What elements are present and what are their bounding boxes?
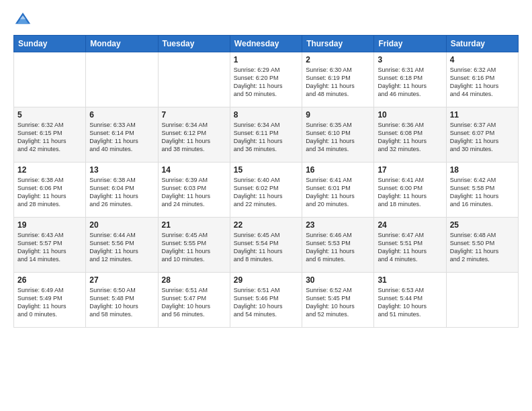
header-wednesday: Wednesday (230, 36, 302, 52)
calendar-cell: 11Sunrise: 6:37 AM Sunset: 6:07 PM Dayli… (446, 107, 518, 163)
day-number: 3 (378, 55, 442, 64)
calendar-cell: 29Sunrise: 6:51 AM Sunset: 5:46 PM Dayli… (230, 273, 302, 328)
day-number: 23 (306, 220, 370, 230)
calendar-week-2: 12Sunrise: 6:38 AM Sunset: 6:06 PM Dayli… (14, 163, 519, 218)
day-info: Sunrise: 6:51 AM Sunset: 5:47 PM Dayligh… (162, 286, 226, 319)
day-info: Sunrise: 6:38 AM Sunset: 6:06 PM Dayligh… (17, 176, 82, 209)
header-sunday: Sunday (14, 36, 86, 52)
calendar: Sunday Monday Tuesday Wednesday Thursday… (13, 35, 519, 328)
calendar-cell (14, 52, 86, 107)
calendar-cell: 15Sunrise: 6:40 AM Sunset: 6:02 PM Dayli… (230, 163, 302, 218)
day-info: Sunrise: 6:40 AM Sunset: 6:02 PM Dayligh… (234, 176, 298, 209)
calendar-cell: 8Sunrise: 6:34 AM Sunset: 6:11 PM Daylig… (230, 107, 302, 163)
day-number: 14 (162, 165, 226, 175)
day-number: 21 (162, 220, 226, 230)
day-info: Sunrise: 6:31 AM Sunset: 6:18 PM Dayligh… (378, 66, 442, 99)
weekday-header-row: Sunday Monday Tuesday Wednesday Thursday… (14, 36, 519, 52)
calendar-week-0: 1Sunrise: 6:29 AM Sunset: 6:20 PM Daylig… (14, 52, 519, 107)
day-number: 29 (234, 275, 298, 285)
day-info: Sunrise: 6:41 AM Sunset: 6:01 PM Dayligh… (306, 176, 370, 209)
day-info: Sunrise: 6:47 AM Sunset: 5:51 PM Dayligh… (378, 231, 442, 264)
day-info: Sunrise: 6:34 AM Sunset: 6:12 PM Dayligh… (162, 121, 226, 154)
day-info: Sunrise: 6:42 AM Sunset: 5:58 PM Dayligh… (450, 176, 515, 209)
day-info: Sunrise: 6:32 AM Sunset: 6:15 PM Dayligh… (17, 121, 82, 154)
day-number: 31 (378, 275, 442, 285)
day-info: Sunrise: 6:41 AM Sunset: 6:00 PM Dayligh… (378, 176, 442, 209)
day-info: Sunrise: 6:48 AM Sunset: 5:50 PM Dayligh… (450, 231, 515, 264)
calendar-week-3: 19Sunrise: 6:43 AM Sunset: 5:57 PM Dayli… (14, 218, 519, 273)
day-info: Sunrise: 6:49 AM Sunset: 5:49 PM Dayligh… (17, 286, 82, 319)
day-info: Sunrise: 6:37 AM Sunset: 6:07 PM Dayligh… (450, 121, 515, 154)
calendar-cell: 28Sunrise: 6:51 AM Sunset: 5:47 PM Dayli… (158, 273, 230, 328)
day-info: Sunrise: 6:33 AM Sunset: 6:14 PM Dayligh… (89, 121, 154, 154)
calendar-cell: 30Sunrise: 6:52 AM Sunset: 5:45 PM Dayli… (302, 273, 374, 328)
day-number: 11 (450, 110, 515, 120)
day-number: 27 (89, 275, 154, 285)
header-monday: Monday (86, 36, 158, 52)
day-info: Sunrise: 6:51 AM Sunset: 5:46 PM Dayligh… (234, 286, 298, 319)
calendar-cell: 4Sunrise: 6:32 AM Sunset: 6:16 PM Daylig… (446, 52, 518, 107)
calendar-cell: 31Sunrise: 6:53 AM Sunset: 5:44 PM Dayli… (374, 273, 446, 328)
calendar-cell: 24Sunrise: 6:47 AM Sunset: 5:51 PM Dayli… (374, 218, 446, 273)
header-friday: Friday (374, 36, 446, 52)
day-number: 25 (450, 220, 515, 230)
calendar-cell: 9Sunrise: 6:35 AM Sunset: 6:10 PM Daylig… (302, 107, 374, 163)
day-number: 10 (378, 110, 442, 120)
calendar-cell: 27Sunrise: 6:50 AM Sunset: 5:48 PM Dayli… (86, 273, 158, 328)
day-number: 13 (89, 165, 154, 175)
calendar-cell: 17Sunrise: 6:41 AM Sunset: 6:00 PM Dayli… (374, 163, 446, 218)
calendar-cell: 22Sunrise: 6:45 AM Sunset: 5:54 PM Dayli… (230, 218, 302, 273)
logo (13, 11, 35, 30)
day-number: 30 (306, 275, 370, 285)
day-number: 19 (17, 220, 82, 230)
day-info: Sunrise: 6:36 AM Sunset: 6:08 PM Dayligh… (378, 121, 442, 154)
day-info: Sunrise: 6:44 AM Sunset: 5:56 PM Dayligh… (89, 231, 154, 264)
day-number: 2 (306, 55, 370, 64)
day-info: Sunrise: 6:43 AM Sunset: 5:57 PM Dayligh… (17, 231, 82, 264)
day-info: Sunrise: 6:52 AM Sunset: 5:45 PM Dayligh… (306, 286, 370, 319)
day-number: 15 (234, 165, 298, 175)
calendar-cell: 19Sunrise: 6:43 AM Sunset: 5:57 PM Dayli… (14, 218, 86, 273)
header-saturday: Saturday (446, 36, 518, 52)
day-number: 16 (306, 165, 370, 175)
day-number: 8 (234, 110, 298, 120)
day-info: Sunrise: 6:30 AM Sunset: 6:19 PM Dayligh… (306, 66, 370, 99)
day-info: Sunrise: 6:29 AM Sunset: 6:20 PM Dayligh… (234, 66, 298, 99)
page: Sunday Monday Tuesday Wednesday Thursday… (0, 0, 532, 411)
header-tuesday: Tuesday (158, 36, 230, 52)
calendar-cell: 13Sunrise: 6:38 AM Sunset: 6:04 PM Dayli… (86, 163, 158, 218)
calendar-cell: 7Sunrise: 6:34 AM Sunset: 6:12 PM Daylig… (158, 107, 230, 163)
calendar-cell: 3Sunrise: 6:31 AM Sunset: 6:18 PM Daylig… (374, 52, 446, 107)
day-number: 22 (234, 220, 298, 230)
calendar-cell: 12Sunrise: 6:38 AM Sunset: 6:06 PM Dayli… (14, 163, 86, 218)
calendar-week-1: 5Sunrise: 6:32 AM Sunset: 6:15 PM Daylig… (14, 107, 519, 163)
day-number: 9 (306, 110, 370, 120)
calendar-cell: 2Sunrise: 6:30 AM Sunset: 6:19 PM Daylig… (302, 52, 374, 107)
calendar-cell (86, 52, 158, 107)
day-number: 24 (378, 220, 442, 230)
calendar-cell: 21Sunrise: 6:45 AM Sunset: 5:55 PM Dayli… (158, 218, 230, 273)
day-info: Sunrise: 6:45 AM Sunset: 5:55 PM Dayligh… (162, 231, 226, 264)
header-thursday: Thursday (302, 36, 374, 52)
day-number: 12 (17, 165, 82, 175)
day-number: 20 (89, 220, 154, 230)
day-number: 17 (378, 165, 442, 175)
day-number: 26 (17, 275, 82, 285)
calendar-cell: 16Sunrise: 6:41 AM Sunset: 6:01 PM Dayli… (302, 163, 374, 218)
day-info: Sunrise: 6:34 AM Sunset: 6:11 PM Dayligh… (234, 121, 298, 154)
calendar-cell: 18Sunrise: 6:42 AM Sunset: 5:58 PM Dayli… (446, 163, 518, 218)
day-number: 28 (162, 275, 226, 285)
day-number: 7 (162, 110, 226, 120)
calendar-cell: 1Sunrise: 6:29 AM Sunset: 6:20 PM Daylig… (230, 52, 302, 107)
day-info: Sunrise: 6:35 AM Sunset: 6:10 PM Dayligh… (306, 121, 370, 154)
calendar-cell: 5Sunrise: 6:32 AM Sunset: 6:15 PM Daylig… (14, 107, 86, 163)
day-info: Sunrise: 6:39 AM Sunset: 6:03 PM Dayligh… (162, 176, 226, 209)
day-info: Sunrise: 6:38 AM Sunset: 6:04 PM Dayligh… (89, 176, 154, 209)
calendar-cell: 23Sunrise: 6:46 AM Sunset: 5:53 PM Dayli… (302, 218, 374, 273)
header (13, 11, 519, 30)
calendar-cell: 20Sunrise: 6:44 AM Sunset: 5:56 PM Dayli… (86, 218, 158, 273)
calendar-week-4: 26Sunrise: 6:49 AM Sunset: 5:49 PM Dayli… (14, 273, 519, 328)
day-info: Sunrise: 6:32 AM Sunset: 6:16 PM Dayligh… (450, 66, 515, 99)
calendar-cell: 14Sunrise: 6:39 AM Sunset: 6:03 PM Dayli… (158, 163, 230, 218)
day-info: Sunrise: 6:45 AM Sunset: 5:54 PM Dayligh… (234, 231, 298, 264)
